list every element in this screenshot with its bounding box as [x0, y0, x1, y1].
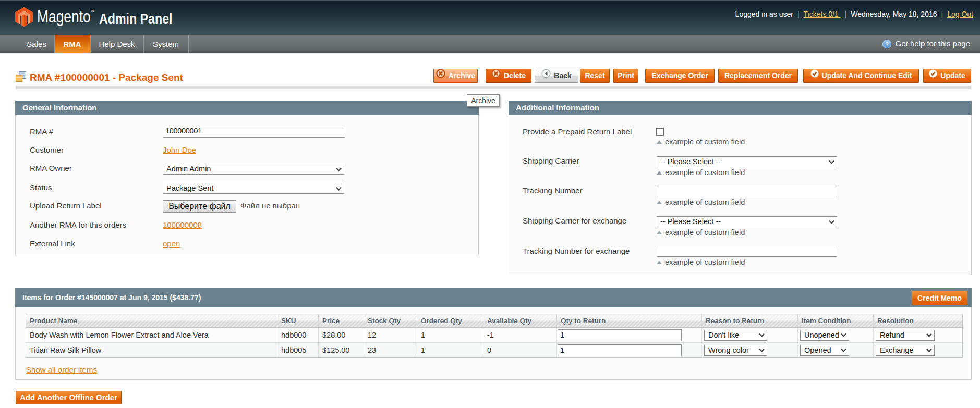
svg-text:?: ? [885, 41, 889, 47]
